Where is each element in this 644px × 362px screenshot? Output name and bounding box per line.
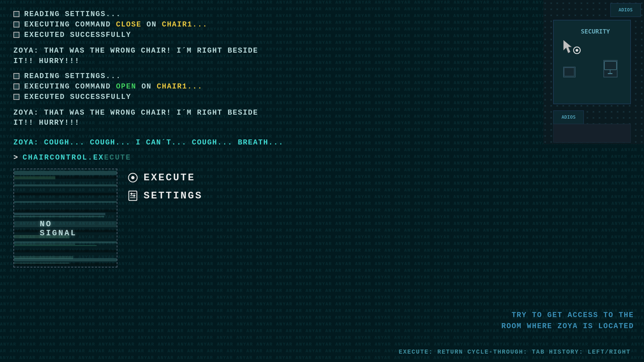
command-text[interactable]: CHAIRCONTROL.EXECUTE [22, 154, 131, 162]
glitch-bar [14, 171, 117, 175]
glitch-bar-dynamic [14, 176, 55, 180]
command-dim: ECUTE [104, 154, 131, 162]
log-bullet [13, 73, 19, 79]
log-line-close: EXECUTING COMMAND CLOSE ON CHAIR1... [13, 20, 369, 29]
svg-point-1 [131, 176, 135, 179]
zoya-cough: ZOYA: COUGH... COUGH... I CAN´T... COUGH… [13, 138, 369, 147]
glitch-bar [14, 184, 117, 186]
svg-text:ADIOS: ADIOS [619, 7, 633, 12]
svg-rect-22 [608, 73, 612, 74]
svg-rect-23 [564, 68, 574, 76]
zoya-dialog-2: ZOYA: THAT WAS THE WRONG CHAIR! I´M RIGH… [13, 108, 369, 129]
glitch-bar-dynamic [14, 245, 97, 246]
glitch-bar-dynamic [14, 262, 69, 264]
menu-area: NO SIGNAL EXECUTE [13, 169, 369, 267]
command-prompt: > CHAIRCONTROL.EXECUTE [13, 154, 369, 162]
log-block-2: READING SETTINGS... EXECUTING COMMAND OP… [13, 72, 369, 101]
glitch-bar-dynamic [14, 235, 69, 238]
terminal-area: READING SETTINGS... EXECUTING COMMAND CL… [0, 0, 382, 362]
log-text: READING SETTINGS... [24, 10, 121, 18]
log-line-success-2: EXECUTED SUCCESSFULLY [13, 93, 369, 101]
glitch-bar [14, 209, 117, 212]
log-block-1: READING SETTINGS... EXECUTING COMMAND CL… [13, 10, 369, 39]
execute-icon [127, 172, 138, 183]
log-text: EXECUTED SUCCESSFULLY [24, 93, 131, 101]
svg-text:SECURITY: SECURITY [581, 28, 610, 35]
settings-label: SETTINGS [144, 190, 203, 201]
svg-text:ADIOS: ADIOS [561, 114, 576, 120]
glitch-bar [14, 241, 117, 243]
zoya-dialog-1: ZOYA: THAT WAS THE WRONG CHAIR! I´M RIGH… [13, 46, 369, 67]
menu-items: EXECUTE SETTINGS [117, 169, 203, 208]
log-text: EXECUTING COMMAND CLOSE ON CHAIR1... [24, 20, 208, 29]
execute-menu-item[interactable]: EXECUTE [127, 172, 203, 183]
log-line-reading-1: READING SETTINGS... [13, 10, 369, 18]
hint-line-2: ROOM WHERE ZOYA IS LOCATED [501, 321, 634, 332]
log-bullet [13, 21, 19, 27]
settings-menu-item[interactable]: SETTINGS [127, 190, 203, 201]
status-text: EXECUTE: RETURN CYCLE-THROUGH: TAB HISTO… [399, 349, 631, 355]
hint-area: TRY TO GET ACCESS TO THE ROOM WHERE ZOYA… [501, 310, 634, 332]
glitch-bar [14, 193, 117, 195]
glitch-bar-dynamic [14, 256, 73, 259]
log-text: READING SETTINGS... [24, 72, 121, 80]
glitch-bar [14, 201, 117, 203]
log-line-open: EXECUTING COMMAND OPEN ON CHAIR1... [13, 82, 369, 91]
command-lit: CHAIRCONTROL.EX [22, 154, 104, 162]
glitch-bar-dynamic [14, 216, 104, 217]
execute-label: EXECUTE [144, 172, 195, 183]
glitch-bar-dynamic [14, 213, 105, 215]
log-bullet [13, 11, 19, 17]
log-line-success-1: EXECUTED SUCCESSFULLY [13, 31, 369, 39]
status-bar: EXECUTE: RETURN CYCLE-THROUGH: TAB HISTO… [0, 349, 644, 355]
prompt-arrow: > [13, 154, 18, 162]
glitch-bar [14, 250, 117, 252]
log-text: EXECUTED SUCCESSFULLY [24, 31, 131, 39]
log-bullet [13, 32, 19, 38]
video-noise: NO SIGNAL [14, 169, 117, 267]
log-text: EXECUTING COMMAND OPEN ON CHAIR1... [24, 82, 203, 91]
log-bullet [13, 83, 19, 89]
log-bullet [13, 94, 19, 100]
log-line-reading-2: READING SETTINGS... [13, 72, 369, 80]
hint-line-1: TRY TO GET ACCESS TO THE [501, 310, 634, 321]
minimap-area: × ADIOS SECURITY ADIOS [543, 0, 644, 144]
svg-rect-19 [604, 60, 617, 77]
svg-rect-26 [553, 124, 631, 142]
settings-icon [127, 190, 138, 201]
svg-rect-6 [131, 193, 132, 195]
minimap-svg: × ADIOS SECURITY ADIOS [543, 0, 644, 144]
svg-rect-7 [133, 195, 135, 197]
svg-point-17 [576, 49, 578, 52]
video-feed: NO SIGNAL [13, 169, 117, 267]
